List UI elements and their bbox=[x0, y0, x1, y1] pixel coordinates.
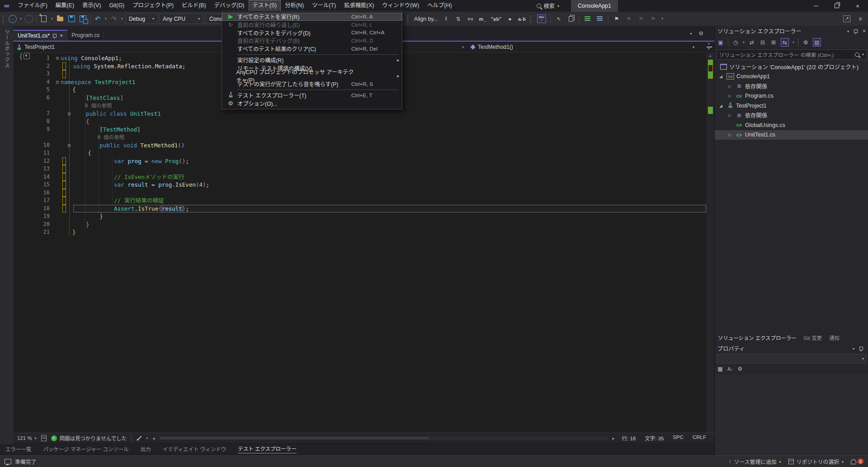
code-text[interactable]: { bbox=[72, 118, 706, 126]
pin-icon[interactable] bbox=[854, 29, 858, 33]
code-line[interactable]: 11 { bbox=[14, 149, 706, 157]
platform-dropdown[interactable]: Any CPU▾ bbox=[159, 14, 203, 24]
code-text[interactable]: } bbox=[72, 228, 706, 236]
code-text[interactable]: Assert.IsTrue(result); bbox=[73, 205, 706, 213]
align-vertical-button[interactable]: ⇅ bbox=[454, 14, 462, 24]
format-lines-button[interactable] bbox=[596, 14, 604, 24]
code-line[interactable]: 21} bbox=[14, 228, 706, 236]
code-text[interactable] bbox=[73, 165, 706, 173]
editor-tab[interactable]: UnitTest1.cs*× bbox=[14, 30, 67, 41]
tree-item[interactable]: ▷C#Program.cs bbox=[715, 91, 868, 101]
menu-item[interactable]: プロジェクト(P) bbox=[128, 0, 178, 12]
new-file-button[interactable] bbox=[40, 14, 48, 24]
split-editor-button[interactable] bbox=[707, 44, 713, 50]
menu-item[interactable]: 表示(V) bbox=[78, 0, 105, 12]
save-all-button[interactable] bbox=[79, 14, 87, 24]
hyphen-button[interactable]: a-b bbox=[518, 14, 526, 24]
undo-history-chevron-icon[interactable]: ▾ bbox=[105, 17, 107, 21]
panel-tab[interactable]: ソリューション エクスプローラー bbox=[718, 334, 796, 341]
health-indicator[interactable]: ✓問題は見つかりませんでした bbox=[51, 434, 127, 442]
tree-expand-arrow[interactable]: ◢ bbox=[717, 104, 724, 108]
code-text[interactable]: } bbox=[72, 212, 706, 221]
notifications-button[interactable]: 2 bbox=[851, 458, 863, 464]
insert-mode-indicator[interactable]: SPC bbox=[673, 434, 684, 442]
code-text[interactable]: 0 個の参照 bbox=[72, 133, 706, 142]
alphabetical-sort-icon[interactable]: A↓ bbox=[726, 365, 734, 373]
tree-expand-arrow[interactable]: ▷ bbox=[726, 94, 733, 98]
code-text[interactable]: // IsEvenメソッドの実行 bbox=[73, 173, 706, 181]
code-line[interactable]: 8 { bbox=[14, 118, 706, 126]
caret-column-indicator[interactable]: 文字: 35 bbox=[645, 434, 664, 442]
code-text[interactable]: { bbox=[61, 149, 706, 157]
code-cleanup-chevron-icon[interactable]: ▾ bbox=[146, 436, 148, 440]
copy-format-button[interactable] bbox=[567, 14, 575, 24]
tree-item[interactable]: ◢C#ConsoleApp1 bbox=[715, 72, 868, 82]
panel-tab[interactable]: 通知 bbox=[829, 334, 840, 341]
code-line[interactable]: 7⊟ public class UnitTest1 bbox=[14, 110, 706, 118]
menu-item[interactable]: Git(G) bbox=[105, 0, 128, 12]
panel-menu-chevron-icon[interactable]: ▾ bbox=[847, 29, 849, 33]
code-text[interactable]: public class UnitTest1 bbox=[72, 110, 706, 118]
bottom-panel-tab[interactable]: 出力 bbox=[141, 445, 151, 453]
dot-button[interactable]: ● bbox=[506, 14, 514, 24]
menu-item[interactable]: ファイル(F) bbox=[14, 0, 51, 12]
outline-collapse-box[interactable]: ⊟ bbox=[66, 142, 72, 150]
align-equals-button[interactable]: == bbox=[467, 14, 475, 24]
menu-item[interactable]: テスト エクスプローラー(T)Ctrl+E, T bbox=[222, 91, 402, 99]
menu-item[interactable]: テスト(S) bbox=[249, 0, 281, 12]
minimize-button[interactable] bbox=[806, 0, 826, 12]
vertical-scrollbar[interactable]: ▴ bbox=[706, 52, 714, 433]
indent-lines-button[interactable] bbox=[584, 14, 592, 24]
bookmarks-overflow-icon[interactable]: ▾ bbox=[661, 17, 663, 21]
next-bookmark-button[interactable]: ⚑ bbox=[637, 14, 645, 24]
navbar-type-chevron-icon[interactable]: ▾ bbox=[462, 45, 464, 49]
debug-target-dropdown[interactable]: Debug▾ bbox=[125, 14, 158, 24]
redo-history-chevron-icon[interactable]: ▾ bbox=[121, 17, 123, 21]
property-pages-icon[interactable]: ⚙ bbox=[736, 365, 744, 373]
scroll-up-icon[interactable]: ▴ bbox=[706, 53, 714, 58]
document-health-icon[interactable] bbox=[41, 435, 47, 441]
categorized-icon[interactable]: ▦ bbox=[717, 365, 724, 373]
quotes-button[interactable]: "ab" bbox=[491, 14, 502, 24]
navigate-forward-button[interactable]: → bbox=[25, 14, 33, 24]
tree-item[interactable]: ▷⊞依存関係 bbox=[715, 81, 868, 91]
filter-chevron-icon[interactable]: ▾ bbox=[743, 40, 745, 44]
outline-collapse-box[interactable]: ⊟ bbox=[54, 54, 61, 62]
bottom-panel-tab[interactable]: テスト エクスプローラー bbox=[238, 445, 296, 453]
caret-tool-button[interactable]: I bbox=[442, 14, 450, 24]
collapse-all-icon[interactable]: ⊟ bbox=[759, 38, 766, 46]
horizontal-scrollbar[interactable] bbox=[159, 436, 608, 440]
zoom-level-dropdown[interactable]: 121 %▾ bbox=[17, 435, 37, 441]
menu-item[interactable]: テストの実行が完了したら音を鳴らす(P)Ctrl+R, S bbox=[222, 80, 402, 88]
close-icon[interactable]: × bbox=[863, 28, 866, 34]
menu-item[interactable]: デバッグ(D) bbox=[210, 0, 249, 12]
code-line[interactable]: 10⊟ public void TestMethod1() bbox=[14, 142, 706, 150]
menu-item[interactable]: 拡張機能(X) bbox=[340, 0, 378, 12]
tree-expand-arrow[interactable]: ▷ bbox=[726, 84, 733, 89]
align-by-button[interactable]: Align by... bbox=[414, 16, 438, 22]
select-repository-button[interactable]: リポジトリの選択 ▴ bbox=[788, 458, 844, 465]
solution-search-input[interactable]: ソリューション エクスプローラー の検索 (Ctrl+;) ▾ bbox=[716, 49, 867, 60]
pending-changes-filter-icon[interactable]: ◷ bbox=[732, 38, 739, 46]
select-tool-button[interactable]: ↖ bbox=[555, 14, 563, 24]
redo-button[interactable]: ↷ bbox=[110, 14, 118, 24]
menu-item[interactable]: すべてのテストをデバッグ(D)Ctrl+R, Ctrl+A bbox=[222, 29, 402, 37]
code-text[interactable]: var result = prog.IsEven(4); bbox=[73, 181, 706, 189]
outline-collapse-box[interactable]: ⊟ bbox=[66, 110, 72, 118]
toggle-bookmark-button[interactable]: ⚑ bbox=[613, 14, 621, 24]
trim-whitespace-button[interactable]: m_ bbox=[479, 14, 487, 24]
clear-bookmarks-button[interactable]: ⚑ bbox=[649, 14, 657, 24]
code-line[interactable]: 15 var result = prog.IsEven(4); bbox=[14, 181, 706, 189]
code-text[interactable]: var prog = new Prog(); bbox=[73, 157, 706, 165]
pin-icon[interactable] bbox=[859, 347, 863, 350]
navbar-project-dropdown[interactable]: TestProject1 bbox=[24, 44, 55, 50]
menu-item[interactable]: ⚙オプション(O)... bbox=[222, 99, 402, 108]
solution-view-icon[interactable]: ▣ bbox=[717, 38, 724, 46]
scrollbar-thumb[interactable] bbox=[160, 437, 428, 439]
show-all-files-icon[interactable]: ⊞ bbox=[770, 38, 777, 46]
add-to-source-control-button[interactable]: ↑ ソース管理に追加 ▴ bbox=[729, 458, 781, 465]
search-box[interactable]: 検索 ▾ bbox=[537, 2, 559, 10]
menu-item[interactable]: ▶すべてのテストを実行(R)Ctrl+R, A bbox=[222, 13, 402, 21]
menu-item[interactable]: ツール(T) bbox=[308, 0, 340, 12]
tree-item[interactable]: ▷C#UnitTest1.cs bbox=[715, 130, 868, 140]
